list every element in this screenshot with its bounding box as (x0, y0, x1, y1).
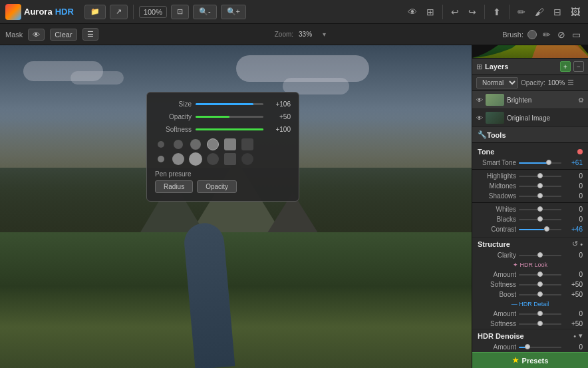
hdr-denoise-dot-button[interactable]: • (573, 332, 576, 340)
brush-dot-6[interactable] (241, 138, 253, 150)
layers-menu-icon[interactable]: ☰ (567, 79, 574, 87)
structure-header: Structure ↺ • (472, 237, 588, 250)
brush-icon[interactable]: 🖌 (532, 5, 547, 19)
fit-button[interactable]: ⊡ (171, 5, 189, 19)
hdr-boost-handle[interactable] (537, 291, 543, 297)
brush-popup: Size +106 Opacity +50 Softness (146, 92, 299, 202)
blacks-handle[interactable] (537, 216, 543, 222)
brush-dot-1[interactable] (158, 141, 164, 148)
blend-mode-row: Normal Opacity: 100% ☰ (472, 75, 588, 91)
hdr-detail-amount-handle[interactable] (537, 311, 543, 316)
brush-dot-5[interactable] (224, 138, 236, 150)
hdr-amount-value: 0 (564, 271, 583, 278)
whites-slider[interactable] (519, 209, 561, 210)
brush-circle-indicator (527, 30, 537, 39)
structure-refresh-button[interactable]: ↺ (572, 240, 578, 248)
layer-eye-brighten[interactable]: 👁 (476, 96, 483, 104)
smart-tone-handle[interactable] (546, 160, 551, 165)
contrast-slider[interactable] (519, 229, 561, 230)
hdr-denoise-header: HDR Denoise • ▾ (472, 329, 588, 342)
radius-button[interactable]: Radius (155, 180, 193, 193)
cloud-2 (71, 71, 124, 85)
shadows-row: Shadows 0 (472, 191, 588, 201)
shadows-label: Shadows (478, 192, 516, 200)
separator (509, 5, 510, 19)
blend-mode-select[interactable]: Normal (476, 77, 518, 89)
pen-icon[interactable]: ✏ (515, 5, 528, 19)
denoise-amount-slider[interactable] (519, 347, 561, 348)
softness-slider[interactable] (196, 128, 263, 130)
brush-dot-2[interactable] (174, 140, 183, 149)
denoise-amount-handle[interactable] (525, 344, 530, 349)
pen-pressure-label: Pen presure (155, 170, 291, 178)
eye-icon[interactable]: 👁 (405, 5, 420, 19)
presets-bar[interactable]: ★ Presets (472, 352, 588, 368)
opacity-slider-fill (196, 116, 229, 118)
mask-clear-button[interactable]: Clear (50, 29, 76, 41)
mask-eye-button[interactable]: 👁 (28, 29, 45, 41)
hdr-detail-softness-value: +50 (564, 320, 583, 327)
highlights-slider[interactable] (519, 176, 561, 177)
brush-dot-7[interactable] (158, 156, 164, 162)
opacity-slider[interactable] (196, 116, 263, 118)
hdr-amount-handle[interactable] (537, 272, 543, 277)
remove-layer-button[interactable]: − (573, 61, 584, 72)
structure-dot-button[interactable]: • (580, 240, 583, 248)
contrast-handle[interactable] (544, 226, 549, 232)
histogram: ! (472, 45, 588, 59)
shadows-handle[interactable] (537, 193, 543, 198)
clarity-slider[interactable] (519, 255, 561, 256)
clarity-handle[interactable] (537, 252, 543, 258)
hdr-detail-label: — HDR Detail (472, 299, 588, 309)
layer-row-original[interactable]: 👁 Original Image (472, 109, 588, 127)
undo-icon[interactable]: ↩ (448, 5, 462, 19)
brush-pencil-button[interactable]: ✏ (541, 29, 553, 41)
brush-dot-10[interactable] (207, 153, 219, 165)
opacity-button[interactable]: Opacity (197, 180, 237, 193)
brush-eraser-button[interactable]: ⊘ (555, 29, 567, 41)
crop-icon[interactable]: ⬆ (490, 5, 504, 19)
midtones-value: 0 (564, 182, 583, 190)
grid-icon[interactable]: ⊞ (424, 5, 437, 19)
file-open-button[interactable]: 📁 (84, 5, 106, 19)
hdr-boost-slider[interactable] (519, 294, 561, 295)
layer-settings-brighten[interactable]: ⚙ (578, 96, 584, 104)
hdr-detail-softness-handle[interactable] (537, 321, 543, 326)
share-button[interactable]: ↗ (110, 5, 128, 19)
hdr-softness-handle[interactable] (537, 281, 543, 287)
presets-star-icon: ★ (512, 356, 519, 365)
size-slider[interactable] (196, 103, 263, 105)
hdr-amount-slider[interactable] (519, 274, 561, 276)
brush-gradient-button[interactable]: ▭ (570, 29, 583, 41)
mask-menu-button[interactable]: ☰ (82, 28, 98, 41)
hdr-detail-amount-slider[interactable] (519, 313, 561, 315)
brush-dot-8[interactable] (172, 153, 184, 165)
hdr-detail-softness-slider[interactable] (519, 323, 561, 325)
shadows-slider[interactable] (519, 196, 561, 197)
brush-dot-12[interactable] (241, 153, 253, 165)
smart-tone-slider[interactable] (519, 162, 561, 164)
brush-dot-3[interactable] (190, 139, 201, 150)
highlights-handle[interactable] (537, 173, 543, 178)
layer-row-brighten[interactable]: 👁 Brighten ⚙ (472, 91, 588, 109)
blacks-slider[interactable] (519, 219, 561, 220)
layer-eye-original[interactable]: 👁 (476, 114, 483, 122)
midtones-handle[interactable] (537, 183, 543, 188)
zoom-out-button[interactable]: 🔍- (193, 5, 217, 19)
highlights-row: Highlights 0 (472, 171, 588, 181)
midtones-slider[interactable] (519, 186, 561, 187)
photo-icon[interactable]: 🖼 (568, 5, 583, 19)
brush-dot-11[interactable] (224, 153, 236, 165)
brush-dot-4[interactable] (207, 138, 219, 150)
canvas-area[interactable]: Size +106 Opacity +50 Softness (0, 45, 472, 368)
hdr-denoise-chevron-button[interactable]: ▾ (579, 331, 583, 340)
app-hdr-label: HDR (55, 7, 74, 17)
hdr-softness-slider[interactable] (519, 284, 561, 285)
whites-handle[interactable] (537, 206, 543, 212)
brush-dot-9[interactable] (189, 152, 202, 166)
layers-icon[interactable]: ⊟ (551, 5, 564, 19)
add-layer-button[interactable]: + (560, 61, 571, 72)
zoom-in-button[interactable]: 🔍+ (221, 5, 246, 19)
redo-icon[interactable]: ↪ (466, 5, 479, 19)
tone-header: Tone (472, 146, 588, 158)
